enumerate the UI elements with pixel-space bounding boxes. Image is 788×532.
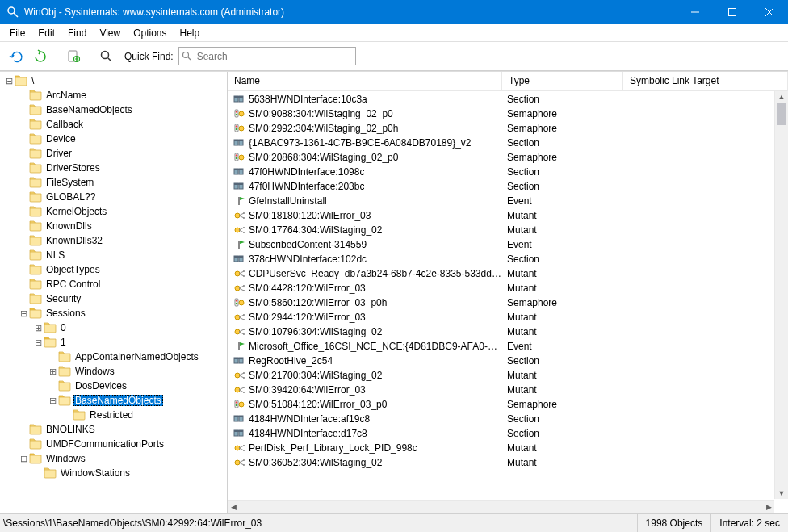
svg-rect-79 bbox=[234, 416, 243, 417]
minimize-button[interactable] bbox=[677, 0, 714, 24]
list-row[interactable]: 378cHWNDInterface:102dc Section bbox=[228, 251, 774, 266]
tree-label: FileSystem bbox=[44, 177, 95, 188]
list-row[interactable]: SM0:5860:120:WilError_03_p0h Semaphore bbox=[228, 295, 774, 309]
tree-expander-icon bbox=[18, 120, 29, 129]
vertical-scrollbar[interactable]: ▲ ▼ bbox=[774, 91, 788, 499]
tree-item[interactable]: KnownDlls bbox=[2, 219, 227, 233]
tree-item[interactable]: Driver bbox=[2, 146, 227, 161]
menu-file[interactable]: File bbox=[3, 26, 31, 40]
tree-label: UMDFCommunicationPorts bbox=[44, 438, 166, 450]
list-row[interactable]: 4184HWNDInterface:af19c8 Section bbox=[228, 411, 774, 425]
list-row[interactable]: SM0:10796:304:WilStaging_02 Mutant bbox=[228, 324, 774, 338]
folder-icon bbox=[29, 119, 42, 130]
tree-item[interactable]: AppContainerNamedObjects bbox=[2, 350, 227, 364]
tree-expander-icon[interactable]: ⊟ bbox=[3, 77, 15, 86]
list-row[interactable]: SM0:20868:304:WilStaging_02_p0 Semaphore bbox=[228, 149, 774, 164]
list-row[interactable]: SM0:2992:304:WilStaging_02_p0h Semaphore bbox=[228, 120, 774, 135]
tree-item[interactable]: DriverStores bbox=[2, 161, 227, 175]
scroll-up-icon[interactable]: ▲ bbox=[775, 91, 788, 103]
properties-button[interactable] bbox=[62, 45, 85, 68]
tree-expander-icon[interactable]: ⊟ bbox=[18, 309, 29, 318]
tree-item[interactable]: RPC Control bbox=[2, 277, 227, 291]
tree-item[interactable]: ⊞ 0 bbox=[2, 320, 227, 335]
search-input[interactable] bbox=[195, 51, 355, 62]
tree-item[interactable]: Restricted bbox=[2, 408, 227, 422]
list-row[interactable]: SM0:2944:120:WilError_03 Mutant bbox=[228, 309, 774, 324]
tree-item[interactable]: ⊟ \ bbox=[2, 73, 227, 88]
tree-expander-icon[interactable]: ⊞ bbox=[32, 324, 44, 333]
list-row[interactable]: Microsoft_Office_16CSI_NCE_NCE:{4D81DBC9… bbox=[228, 338, 774, 353]
scroll-down-icon[interactable]: ▼ bbox=[775, 488, 788, 499]
list-row[interactable]: SM0:17764:304:WilStaging_02 Mutant bbox=[228, 222, 774, 237]
quickfind-field[interactable] bbox=[178, 47, 356, 65]
list-row[interactable]: 47f0HWNDInterface:203bc Section bbox=[228, 178, 774, 193]
list-row[interactable]: CDPUserSvc_Ready_db7a3b24-68b7-4c2e-8335… bbox=[228, 266, 774, 280]
tree-item[interactable]: ArcName bbox=[2, 88, 227, 103]
semaphore-icon bbox=[233, 108, 245, 119]
menu-help[interactable]: Help bbox=[174, 26, 207, 40]
find-button[interactable] bbox=[95, 45, 118, 68]
tree-expander-icon bbox=[18, 149, 29, 158]
tree-expander-icon[interactable]: ⊞ bbox=[47, 367, 58, 376]
list-row[interactable]: SM0:4428:120:WilError_03 Mutant bbox=[228, 280, 774, 295]
tree-item[interactable]: ⊟ Windows bbox=[2, 451, 227, 466]
tree-item[interactable]: DosDevices bbox=[2, 379, 227, 393]
list-row[interactable]: {1ABAC973-1361-4C7B-B9CE-6A084DB70189}_v… bbox=[228, 135, 774, 149]
column-target[interactable]: Symbolic Link Target bbox=[623, 72, 788, 90]
tree-item[interactable]: BNOLINKS bbox=[2, 422, 227, 437]
list-row[interactable]: 4184HWNDInterface:d17c8 Section bbox=[228, 425, 774, 440]
tree-item[interactable]: NLS bbox=[2, 248, 227, 262]
tree-expander-icon[interactable]: ⊟ bbox=[47, 396, 58, 405]
tree-expander-icon[interactable]: ⊟ bbox=[18, 455, 29, 463]
list-row[interactable]: 5638HWNDInterface:10c3a Section bbox=[228, 91, 774, 106]
tree-expander-icon[interactable]: ⊟ bbox=[32, 338, 44, 347]
list-row[interactable]: PerfDisk_Perf_Library_Lock_PID_998c Muta… bbox=[228, 440, 774, 455]
menu-edit[interactable]: Edit bbox=[31, 26, 61, 40]
menu-find[interactable]: Find bbox=[61, 26, 93, 40]
tree-pane[interactable]: ⊟ \ ArcName BaseNamedObjects Callback De… bbox=[0, 72, 228, 513]
scroll-right-icon[interactable]: ▶ bbox=[763, 501, 774, 513]
tree-item[interactable]: KnownDlls32 bbox=[2, 233, 227, 248]
scroll-left-icon[interactable]: ◀ bbox=[228, 501, 239, 513]
tree-expander-icon bbox=[18, 91, 29, 100]
menu-options[interactable]: Options bbox=[127, 26, 173, 40]
tree-item[interactable]: ⊟ BaseNamedObjects bbox=[2, 393, 227, 408]
menu-view[interactable]: View bbox=[93, 26, 127, 40]
tree-item[interactable]: UMDFCommunicationPorts bbox=[2, 437, 227, 451]
close-button[interactable] bbox=[751, 0, 788, 24]
list-row[interactable]: SM0:36052:304:WilStaging_02 Mutant bbox=[228, 455, 774, 469]
folder-icon bbox=[58, 395, 71, 406]
tree-item[interactable]: KernelObjects bbox=[2, 204, 227, 219]
maximize-button[interactable] bbox=[714, 0, 751, 24]
column-type[interactable]: Type bbox=[502, 72, 623, 90]
horizontal-scrollbar[interactable]: ◀ ▶ bbox=[228, 500, 774, 513]
list-row[interactable]: 47f0HWNDInterface:1098c Section bbox=[228, 164, 774, 178]
tree-item[interactable]: FileSystem bbox=[2, 175, 227, 190]
refresh-button[interactable] bbox=[29, 45, 52, 68]
list-row[interactable]: SM0:51084:120:WilError_03_p0 Semaphore bbox=[228, 396, 774, 411]
list-row[interactable]: SM0:39420:64:WilError_03 Mutant bbox=[228, 382, 774, 396]
tree-item[interactable]: Device bbox=[2, 132, 227, 146]
list-row[interactable]: RegRootHive_2c54 Section bbox=[228, 353, 774, 367]
tree-item[interactable]: ⊟ Sessions bbox=[2, 306, 227, 320]
tree-item[interactable]: WindowStations bbox=[2, 466, 227, 480]
tree-item[interactable]: Callback bbox=[2, 117, 227, 132]
tree-item[interactable]: Security bbox=[2, 291, 227, 306]
list-row[interactable]: SM0:18180:120:WilError_03 Mutant bbox=[228, 207, 774, 222]
tree-item[interactable]: ⊟ 1 bbox=[2, 335, 227, 350]
list-row[interactable]: SubscribedContent-314559 Event bbox=[228, 237, 774, 251]
scroll-thumb[interactable] bbox=[777, 103, 786, 125]
tree-item[interactable]: ⊞ Windows bbox=[2, 364, 227, 379]
tree-item[interactable]: ObjectTypes bbox=[2, 262, 227, 277]
list-body[interactable]: 5638HWNDInterface:10c3a Section SM0:9088… bbox=[228, 91, 788, 513]
column-name[interactable]: Name bbox=[228, 72, 502, 90]
back-button[interactable] bbox=[5, 45, 27, 68]
list-row[interactable]: GfeInstallUninstall Event bbox=[228, 193, 774, 207]
list-row[interactable]: SM0:21700:304:WilStaging_02 Mutant bbox=[228, 367, 774, 382]
object-name: SM0:18180:120:WilError_03 bbox=[249, 210, 371, 221]
tree-item[interactable]: BaseNamedObjects bbox=[2, 103, 227, 117]
list-row[interactable]: SM0:9088:304:WilStaging_02_p0 Semaphore bbox=[228, 106, 774, 120]
tree-label: BaseNamedObjects bbox=[73, 395, 163, 406]
svg-line-11 bbox=[188, 57, 191, 60]
tree-item[interactable]: GLOBAL?? bbox=[2, 190, 227, 204]
